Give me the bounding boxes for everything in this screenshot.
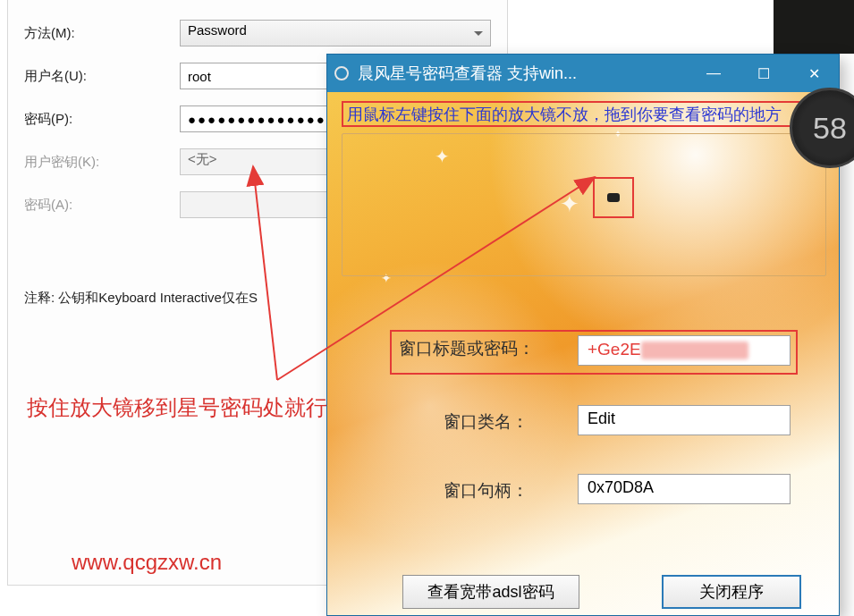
title-or-password-label: 窗口标题或密码： <box>399 337 535 360</box>
revealed-password-blurred <box>641 342 748 359</box>
window-handle-value[interactable]: 0x70D8A <box>578 474 791 504</box>
view-adsl-password-button[interactable]: 查看宽带adsl密码 <box>402 575 579 609</box>
password-viewer-window: 晨风星号密码查看器 支持win... — ☐ ✕ ✦ ✦ ✦ ✦ 用鼠标左键按住… <box>326 54 840 616</box>
window-title: 晨风星号密码查看器 支持win... <box>358 63 689 84</box>
maximize-button[interactable]: ☐ <box>739 55 789 92</box>
revealed-password-prefix: +Ge2E <box>588 340 641 359</box>
background-dark-strip <box>774 0 854 54</box>
instruction-text: 用鼠标左键按住下面的放大镜不放，拖到你要查看密码的地方 <box>342 101 826 127</box>
minimize-button[interactable]: — <box>689 55 739 92</box>
website-url: www.qcgzxw.cn <box>72 550 222 575</box>
method-dropdown[interactable]: Password <box>180 20 491 46</box>
method-label: 方法(M): <box>24 25 180 42</box>
close-program-button[interactable]: 关闭程序 <box>662 575 801 609</box>
app-icon <box>334 66 349 80</box>
class-name-label: 窗口类名： <box>444 410 528 434</box>
close-button[interactable]: ✕ <box>789 55 839 92</box>
title-or-password-value[interactable]: +Ge2E <box>578 335 791 366</box>
magnifier-drag-area <box>342 133 826 276</box>
window-handle-label: 窗口句柄： <box>444 479 528 502</box>
username-label: 用户名(U): <box>24 68 180 85</box>
password-label: 密码(P): <box>24 111 180 128</box>
annotation-hint: 按住放大镜移到星号密码处就行了 <box>27 393 349 422</box>
tool-body: ✦ ✦ ✦ ✦ 用鼠标左键按住下面的放大镜不放，拖到你要查看密码的地方 窗口标题… <box>327 92 839 615</box>
titlebar[interactable]: 晨风星号密码查看器 支持win... — ☐ ✕ <box>327 55 839 92</box>
userkey-label: 用户密钥(K): <box>24 154 180 171</box>
password2-label: 密码(A): <box>24 197 180 214</box>
magnifier-icon[interactable] <box>593 177 634 218</box>
class-name-value[interactable]: Edit <box>578 405 791 435</box>
magnifier-glyph-icon <box>607 193 620 202</box>
